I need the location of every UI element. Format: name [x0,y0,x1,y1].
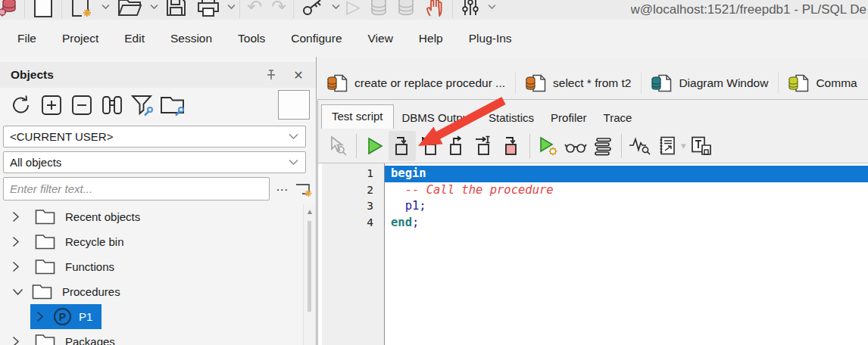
tree-item-packages[interactable]: Packages [0,329,304,345]
describe-cursor-icon [324,131,351,161]
tab-profiler[interactable]: Profiler [542,107,595,129]
window-tab-sql-procedure[interactable]: create or replace procedur ... [317,69,515,98]
step-out-icon[interactable] [443,131,470,161]
collapse-all-icon[interactable] [67,90,97,120]
expand-all-icon[interactable] [36,90,67,120]
workspace: create or replace procedur ... select * … [317,57,868,345]
test-results-report-icon[interactable] [654,131,681,161]
toolbar-separator [239,0,240,18]
open-file-icon[interactable] [111,0,148,20]
call-stack-icon[interactable] [589,131,617,161]
session-database-gear-icon[interactable] [0,0,22,20]
folder-options-icon[interactable] [158,90,188,120]
toolbar-separator [621,134,622,158]
filter-more-button[interactable]: ... [270,180,294,198]
toolbar-separator [24,0,25,18]
view-spectacles-icon[interactable] [562,131,589,161]
toolbar-separator [356,134,357,158]
menu-edit[interactable]: Edit [111,27,158,50]
window-tab-command[interactable]: Comma [779,69,866,98]
export-text-icon[interactable] [688,131,715,161]
tree-item-recent-objects[interactable]: Recent objects [0,204,304,229]
menu-session[interactable]: Session [158,27,225,50]
chevron-right-icon[interactable] [12,236,22,247]
chevron-right-icon[interactable] [12,211,22,222]
objects-panel: Objects ✕ [0,57,317,345]
folder-icon [35,209,55,225]
menu-configure[interactable]: Configure [278,27,354,50]
procedure-icon: P [54,308,71,325]
menu-project[interactable]: Project [49,27,111,50]
code-editor[interactable]: 1 begin 2 -- Call the procedure 3 p1; 4 … [318,163,868,345]
object-filter-dropdown[interactable]: All objects [3,151,306,173]
execute-with-options-icon[interactable] [535,131,562,161]
logon-key-icon[interactable] [296,0,329,20]
user-dropdown[interactable]: <CURRENT USER> [3,126,306,148]
toolbar-separator [61,0,62,18]
chevron-right-icon[interactable] [36,311,46,322]
menu-tools[interactable]: Tools [225,27,278,50]
tab-dbms-output[interactable]: DBMS Output [394,107,481,129]
report-dropdown-icon[interactable]: ▾ [681,140,686,151]
break-hand-icon[interactable] [420,0,450,20]
toolbar-options-chevron-icon[interactable] [483,0,498,20]
tab-statistics[interactable]: Statistics [480,107,542,129]
chevron-down-icon[interactable] [223,0,237,20]
step-over-icon[interactable] [416,131,443,161]
window-tab-select-t2[interactable]: select * from t2 [516,69,641,98]
tab-test-script[interactable]: Test script [321,104,394,129]
menu-file[interactable]: File [5,27,49,50]
code-line: 4 end; [318,215,868,232]
save-icon[interactable] [160,0,192,20]
code-line: 1 begin [318,166,868,182]
toolbar-separator [293,0,294,18]
chevron-down-icon[interactable] [12,288,22,296]
run-step-into-button[interactable] [389,131,416,161]
profiler-icon[interactable] [626,131,654,161]
chevron-down-icon [289,133,305,140]
tree-item-recycle-bin[interactable]: Recycle bin [0,229,304,254]
refresh-icon[interactable] [6,90,36,120]
diagram-window-icon [651,74,672,92]
new-browser-window-icon[interactable] [294,181,314,197]
pin-icon[interactable] [260,65,283,85]
chevron-down-icon[interactable] [327,0,342,20]
plsql-developer-window: ↶ ↷ ▷ [0,0,868,345]
selected-tree-item[interactable]: P P1 [30,304,101,329]
menu-plugins[interactable]: Plug-Ins [456,27,525,50]
test-toolbar: ▾ [318,129,868,163]
tree-scrollbar[interactable]: ▲ [303,204,316,345]
menu-bar: File Project Edit Session Tools Configur… [0,20,868,57]
menu-help[interactable]: Help [406,27,456,50]
redo-icon: ↷ [267,0,291,20]
run-to-cursor-icon[interactable] [470,131,498,161]
scrollbar-thumb[interactable] [308,221,311,312]
code-line: 2 -- Call the procedure [318,182,868,199]
stop-debugger-icon[interactable] [498,131,525,161]
chevron-down-icon[interactable] [97,0,111,20]
window-title: w@localhost:1521/freepdb1 - PL/SQL De [631,0,868,20]
new-document-icon[interactable] [64,0,99,20]
tree-item-functions[interactable]: Functions [0,254,304,279]
objects-toolbar [0,88,316,123]
tree-item-p1[interactable]: P P1 [0,304,304,329]
toolbar-separator [529,134,530,158]
filter-funnel-icon[interactable] [127,90,158,120]
preferences-sliders-icon[interactable] [455,0,486,20]
window-tab-diagram[interactable]: Diagram Window [642,69,778,98]
chevron-right-icon[interactable] [12,336,22,345]
menu-view[interactable]: View [355,27,406,50]
scroll-up-icon[interactable]: ▲ [304,204,316,216]
filter-text-input[interactable] [3,177,270,200]
print-icon[interactable] [192,0,225,20]
close-icon[interactable]: ✕ [287,65,310,85]
test-window: Test script DBMS Output Statistics Profi… [317,100,868,345]
start-debugger-icon[interactable] [361,131,389,161]
blank-page-icon[interactable] [27,0,59,20]
chevron-down-icon[interactable] [145,0,160,20]
code-line: 3 p1; [318,198,868,215]
tree-item-procedures[interactable]: Procedures [0,279,304,304]
tab-trace[interactable]: Trace [595,107,641,129]
find-binoculars-icon[interactable] [97,90,127,120]
chevron-right-icon[interactable] [12,261,22,272]
